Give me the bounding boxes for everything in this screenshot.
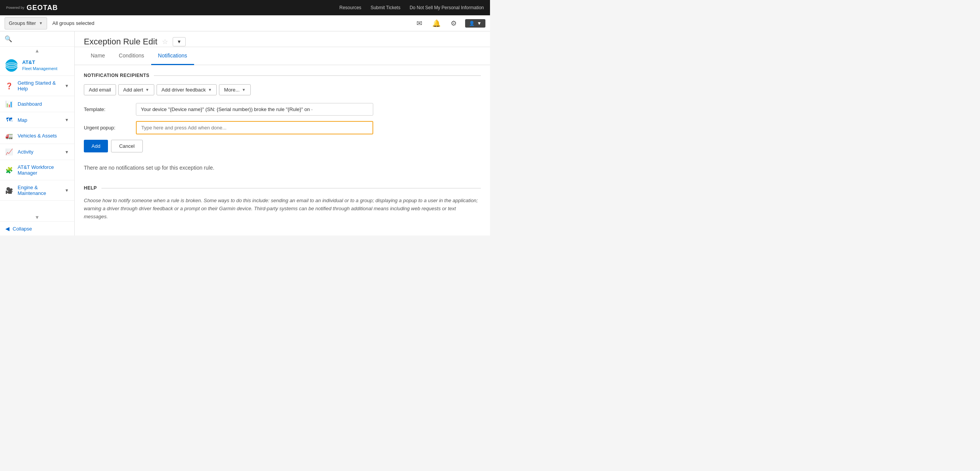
urgent-popup-input[interactable] <box>136 121 373 134</box>
user-icon: 👤 <box>469 21 475 26</box>
dashboard-icon: 📊 <box>5 100 13 108</box>
sidebar-item-getting-started[interactable]: ❓ Getting Started & Help ▼ <box>0 76 74 96</box>
top-bar: Powered by GEOTAB Resources Submit Ticke… <box>0 0 490 15</box>
help-divider <box>101 188 481 188</box>
action-buttons-row: Add email Add alert ▼ Add driver feedbac… <box>84 84 481 95</box>
powered-by-text: Powered by <box>6 6 24 10</box>
empty-state-message: There are no notifications set up for th… <box>84 160 481 182</box>
chevron-down-icon: ▼ <box>65 83 69 88</box>
sidebar: 🔍 ▲ AT&T Fleet Management ❓ Getti <box>0 31 75 236</box>
sidebar-item-att-workforce[interactable]: 🧩 AT&T Workforce Manager <box>0 160 74 180</box>
user-dropdown-caret: ▼ <box>477 21 482 26</box>
brand-text: AT&T Fleet Management <box>22 59 57 71</box>
user-dropdown[interactable]: 👤 ▼ <box>465 19 485 28</box>
notification-recipients-section-header: NOTIFICATION RECIPIENTS <box>84 73 481 78</box>
att-logo <box>5 59 18 72</box>
tab-notifications[interactable]: Notifications <box>151 47 194 65</box>
urgent-popup-row: Urgent popup: <box>84 121 481 134</box>
resources-link[interactable]: Resources <box>340 5 361 10</box>
main-layout: 🔍 ▲ AT&T Fleet Management ❓ Getti <box>0 31 490 236</box>
help-text: Choose how to notify someone when a rule… <box>84 197 481 221</box>
page-header: Exception Rule Edit ☆ ▼ <box>75 31 490 47</box>
add-email-button[interactable]: Add email <box>84 84 116 95</box>
logo: Powered by GEOTAB <box>6 4 58 12</box>
sidebar-brand: AT&T Fleet Management <box>0 55 74 76</box>
sidebar-label-att-workforce: AT&T Workforce Manager <box>18 164 69 176</box>
gear-icon[interactable]: ⚙ <box>449 18 458 29</box>
mail-icon[interactable]: ✉ <box>415 18 424 29</box>
tabs-bar: Name Conditions Notifications <box>75 47 490 65</box>
tab-name[interactable]: Name <box>84 47 112 65</box>
question-icon: ❓ <box>5 82 13 90</box>
groups-filter-label: Groups filter <box>9 20 36 26</box>
add-alert-button[interactable]: Add alert ▼ <box>118 84 154 95</box>
sidebar-label-vehicles: Vehicles & Assets <box>18 133 57 139</box>
brand-name: GEOTAB <box>27 4 58 12</box>
add-alert-caret-icon: ▼ <box>145 88 149 92</box>
search-icon[interactable]: 🔍 <box>5 36 12 42</box>
more-button[interactable]: More... ▼ <box>219 84 250 95</box>
sidebar-item-engine[interactable]: 🎥 Engine & Maintenance ▼ <box>0 180 74 201</box>
sidebar-item-dashboard[interactable]: 📊 Dashboard <box>0 96 74 112</box>
add-email-label: Add email <box>89 87 111 93</box>
add-alert-label: Add alert <box>123 87 143 93</box>
favorite-star-icon[interactable]: ☆ <box>162 38 168 46</box>
sidebar-search-area[interactable]: 🔍 <box>0 31 74 47</box>
engine-icon: 🎥 <box>5 187 13 194</box>
more-caret-icon: ▼ <box>242 88 246 92</box>
tab-conditions[interactable]: Conditions <box>112 47 151 65</box>
sidebar-label-activity: Activity <box>18 149 33 155</box>
top-bar-links: Resources Submit Tickets Do Not Sell My … <box>340 5 484 10</box>
sidebar-item-activity[interactable]: 📈 Activity ▼ <box>0 144 74 160</box>
main-content: NOTIFICATION RECIPIENTS Add email Add al… <box>75 65 490 228</box>
do-not-sell-link[interactable]: Do Not Sell My Personal Information <box>410 5 484 10</box>
svg-point-0 <box>5 59 18 72</box>
sidebar-label-map: Map <box>18 117 27 123</box>
chevron-down-icon-map: ▼ <box>65 118 69 122</box>
all-groups-label: All groups selected <box>52 20 95 26</box>
sidebar-item-map[interactable]: 🗺 Map ▼ <box>0 112 74 128</box>
submit-tickets-link[interactable]: Submit Tickets <box>371 5 400 10</box>
sidebar-label-getting-started: Getting Started & Help <box>18 80 65 92</box>
groups-filter-button[interactable]: Groups filter ▼ <box>5 17 47 29</box>
sidebar-label-engine: Engine & Maintenance <box>18 185 65 196</box>
help-section: HELP Choose how to notify someone when a… <box>84 185 481 221</box>
section-divider <box>154 75 481 76</box>
help-title: HELP <box>84 185 97 191</box>
puzzle-icon: 🧩 <box>5 167 13 174</box>
collapse-label: Collapse <box>13 226 32 232</box>
sidebar-scroll-up[interactable]: ▲ <box>0 47 74 55</box>
content-area: Exception Rule Edit ☆ ▼ Name Conditions … <box>75 31 490 236</box>
sidebar-scroll-down[interactable]: ▼ <box>0 213 74 221</box>
page-header-dropdown-button[interactable]: ▼ <box>173 37 186 46</box>
sidebar-label-dashboard: Dashboard <box>18 101 42 107</box>
sidebar-item-vehicles[interactable]: 🚛 Vehicles & Assets <box>0 128 74 144</box>
add-driver-feedback-caret-icon: ▼ <box>208 88 212 92</box>
groups-filter-caret-icon: ▼ <box>39 21 43 25</box>
add-driver-feedback-label: Add driver feedback <box>162 87 206 93</box>
bell-icon[interactable]: 🔔 <box>431 18 442 29</box>
add-driver-feedback-button[interactable]: Add driver feedback ▼ <box>157 84 217 95</box>
sidebar-collapse-button[interactable]: ◀ Collapse <box>0 221 74 236</box>
form-actions: Add Cancel <box>84 140 481 152</box>
sidebar-nav: ❓ Getting Started & Help ▼ 📊 Dashboard 🗺… <box>0 76 74 213</box>
collapse-arrow-icon: ◀ <box>5 226 10 232</box>
truck-icon: 🚛 <box>5 132 13 139</box>
add-button[interactable]: Add <box>84 140 108 152</box>
page-title: Exception Rule Edit <box>84 37 157 47</box>
att-brand-name: AT&T <box>22 59 57 66</box>
template-input[interactable] <box>136 103 373 116</box>
urgent-popup-label: Urgent popup: <box>84 125 130 131</box>
filter-bar: Groups filter ▼ All groups selected ✉ 🔔 … <box>0 15 490 31</box>
filter-bar-icons: ✉ 🔔 ⚙ 👤 ▼ <box>415 18 485 29</box>
notification-recipients-title: NOTIFICATION RECIPIENTS <box>84 73 149 78</box>
cancel-button[interactable]: Cancel <box>111 140 142 152</box>
chevron-down-icon-engine: ▼ <box>65 188 69 193</box>
more-label: More... <box>224 87 239 93</box>
activity-icon: 📈 <box>5 148 13 155</box>
map-icon: 🗺 <box>5 116 13 123</box>
template-label: Template: <box>84 106 130 112</box>
page-header-btn-label: ▼ <box>177 39 181 44</box>
help-section-header: HELP <box>84 185 481 191</box>
template-row: Template: <box>84 103 481 116</box>
